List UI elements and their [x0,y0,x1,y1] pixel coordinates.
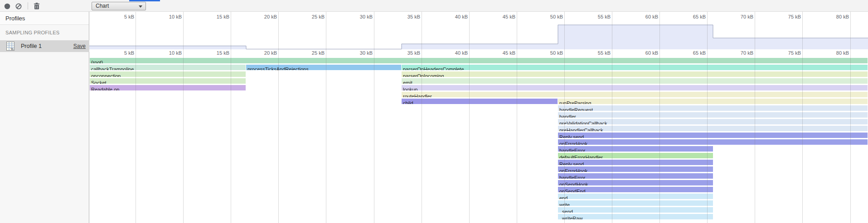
gridline [469,12,470,223]
overview-ruler-tick: 50 kB [537,14,563,19]
flame-bar-label: handleError [558,148,585,152]
flame-bar[interactable]: parserOnIncoming [402,71,868,77]
flame-bar[interactable]: preValidationCallback [558,119,868,124]
flame-bar[interactable]: handleRequest [558,105,868,111]
overview-ruler-tick: 60 kB [632,14,658,19]
flame-bar[interactable]: preHandlerCallback [558,126,868,131]
overview-ruler-tick: 45 kB [489,14,515,19]
flame-bar-label: _send [558,209,573,213]
flame-bar[interactable]: parserOnHeadersComplete [402,65,868,70]
flame-ruler-tick: 35 kB [394,50,420,56]
flame-ruler-tick: 15 kB [203,50,229,56]
flame-bar-label: processTicksAndRejections [246,66,309,70]
flame-ruler-tick: 80 kB [823,50,849,56]
overview-ruler-tick: 15 kB [203,14,229,19]
flame-bar-label: runPreParsing [558,100,591,104]
gridline [422,12,422,223]
profiles-sidebar: Profiles SAMPLING PROFILES % Profile 1 S… [0,12,89,223]
overview-ruler-tick: 40 kB [441,14,468,19]
chevron-down-icon [139,5,142,8]
gridline [755,12,755,223]
overview-ruler-tick: 55 kB [584,14,611,19]
flame-ruler-tick: 40 kB [441,50,468,56]
flame-bar[interactable]: lookup [402,85,868,90]
overview-ruler-tick: 30 kB [346,14,373,19]
overview-ruler-tick: 75 kB [775,14,801,19]
flame-ruler-tick: 30 kB [346,50,373,56]
flame-bar[interactable]: onErrorHook [558,139,868,145]
flame-ruler-tick: 10 kB [155,50,182,56]
trash-icon[interactable] [32,1,41,10]
gridline [183,12,184,223]
profile-name: Profile 1 [21,43,42,49]
sidebar-item-profile-1[interactable]: % Profile 1 Save [0,40,89,52]
flame-ruler-tick: 50 kB [537,50,563,56]
flame-ruler-tick: 45 kB [489,50,515,56]
flame-ruler-tick: 20 kB [251,50,277,56]
flame-ruler-tick: 5 kB [108,50,134,56]
overview-ruler-tick: 25 kB [298,14,325,19]
flame-bar-label: Readable.on [90,87,119,90]
flame-bar-label: onErrorHook [558,141,587,145]
flame-bar[interactable]: onSendEnd [558,187,713,192]
flame-bar-label: parserOnHeadersComplete [402,66,464,70]
flame-ruler-tick: 25 kB [298,50,325,56]
flame-bar[interactable]: runPreParsing [558,99,868,104]
profile-save-link[interactable]: Save [73,43,86,49]
flame-ruler-tick: 55 kB [584,50,611,56]
flame-bar[interactable]: emit [402,78,868,84]
heap-profile-icon: % [6,42,15,51]
overview-ruler-tick: 65 kB [679,14,706,19]
svg-text:%: % [10,47,14,51]
flame-bar-label: onErrorHook [558,168,587,172]
flame-bar-label: handleError [558,175,585,179]
flame-bar[interactable]: callbackTrampoline [90,65,246,70]
flame-bar[interactable]: handleError [558,146,713,152]
flame-bar-label: Reply.send [558,161,584,165]
flame-bar[interactable]: defaultErrorHandler [558,153,713,158]
flame-bar[interactable]: onconnection [90,71,246,77]
active-tab-indicator [129,0,160,1]
flame-bar[interactable]: Reply.send [558,160,713,165]
gridline [564,12,565,223]
flame-bar[interactable]: Reply.send [558,133,868,138]
gridline [231,12,231,223]
flame-bar[interactable]: handler [558,112,868,118]
flame-bar[interactable]: write_ [558,200,713,206]
flame-bar[interactable]: routeHandler [402,92,868,97]
overview-ruler-tick: 80 kB [823,14,849,19]
flame-bar[interactable]: child [402,99,558,104]
sidebar-section-header: SAMPLING PROFILES [5,30,59,35]
overview-ruler-tick: 35 kB [394,14,420,19]
gridline [659,12,660,223]
flame-ruler-tick: 60 kB [632,50,658,56]
flame-bar-label: _writeRaw [558,216,582,219]
flame-ruler-tick: 65 kB [679,50,706,56]
overview-ruler-tick: 70 kB [727,14,753,19]
flame-bar[interactable]: end [558,194,713,199]
flame-bar[interactable]: Readable.on [90,85,246,90]
clear-block-icon[interactable] [14,1,23,10]
view-mode-select[interactable]: Chart [92,2,146,10]
flame-bar[interactable]: _send [558,207,713,213]
flame-bar[interactable]: onSendHook [558,180,713,185]
flame-bar-label: Reply.send [558,134,584,138]
overview-ruler-tick: 10 kB [155,14,182,19]
gridline [850,12,851,223]
sidebar-header: Profiles [0,12,89,25]
gridline [326,12,326,223]
flame-bar[interactable]: processTicksAndRejections [246,65,401,70]
flame-bar-label: routeHandler [402,94,432,97]
flame-bar[interactable]: Socket [90,78,246,84]
overview-ruler-tick: 5 kB [108,14,134,19]
flame-bar-label: onSendEnd [558,189,586,192]
flame-bar[interactable]: onErrorHook [558,166,713,172]
flame-bar-label: (root) [90,60,103,63]
flame-bar[interactable]: _writeRaw [558,214,713,219]
flame-bar-label: onSendHook [558,182,588,185]
record-circle-icon[interactable] [3,1,12,10]
flame-bar-label: preValidationCallback [558,121,607,124]
flame-bar[interactable]: handleError [558,173,713,179]
toolbar-divider [28,2,28,9]
flame-bar-label: parserOnIncoming [402,73,444,77]
